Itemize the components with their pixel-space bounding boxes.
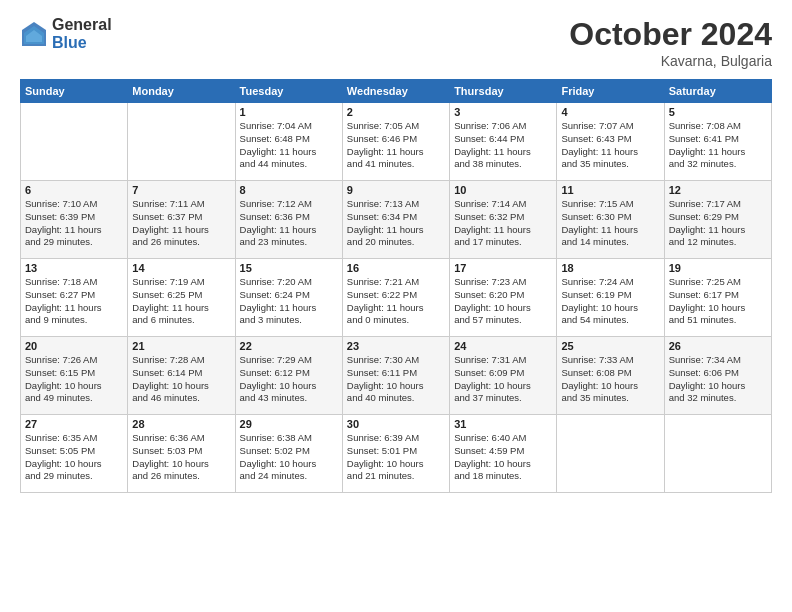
calendar-cell	[664, 415, 771, 493]
weekday-header-thursday: Thursday	[450, 80, 557, 103]
day-number: 25	[561, 340, 659, 352]
day-number: 12	[669, 184, 767, 196]
day-number: 22	[240, 340, 338, 352]
day-info: Sunrise: 6:35 AM Sunset: 5:05 PM Dayligh…	[25, 432, 123, 483]
day-info: Sunrise: 7:12 AM Sunset: 6:36 PM Dayligh…	[240, 198, 338, 249]
calendar-cell: 7Sunrise: 7:11 AM Sunset: 6:37 PM Daylig…	[128, 181, 235, 259]
calendar-cell: 2Sunrise: 7:05 AM Sunset: 6:46 PM Daylig…	[342, 103, 449, 181]
day-info: Sunrise: 7:30 AM Sunset: 6:11 PM Dayligh…	[347, 354, 445, 405]
calendar-cell: 10Sunrise: 7:14 AM Sunset: 6:32 PM Dayli…	[450, 181, 557, 259]
calendar-cell: 26Sunrise: 7:34 AM Sunset: 6:06 PM Dayli…	[664, 337, 771, 415]
day-info: Sunrise: 7:06 AM Sunset: 6:44 PM Dayligh…	[454, 120, 552, 171]
day-number: 8	[240, 184, 338, 196]
day-info: Sunrise: 6:40 AM Sunset: 4:59 PM Dayligh…	[454, 432, 552, 483]
day-number: 3	[454, 106, 552, 118]
calendar-cell: 14Sunrise: 7:19 AM Sunset: 6:25 PM Dayli…	[128, 259, 235, 337]
day-number: 2	[347, 106, 445, 118]
day-info: Sunrise: 7:18 AM Sunset: 6:27 PM Dayligh…	[25, 276, 123, 327]
calendar-body: 1Sunrise: 7:04 AM Sunset: 6:48 PM Daylig…	[21, 103, 772, 493]
day-info: Sunrise: 7:21 AM Sunset: 6:22 PM Dayligh…	[347, 276, 445, 327]
weekday-header-friday: Friday	[557, 80, 664, 103]
day-number: 18	[561, 262, 659, 274]
day-info: Sunrise: 7:14 AM Sunset: 6:32 PM Dayligh…	[454, 198, 552, 249]
calendar-cell: 30Sunrise: 6:39 AM Sunset: 5:01 PM Dayli…	[342, 415, 449, 493]
logo: General Blue	[20, 16, 112, 51]
day-info: Sunrise: 7:26 AM Sunset: 6:15 PM Dayligh…	[25, 354, 123, 405]
calendar-cell	[557, 415, 664, 493]
day-number: 1	[240, 106, 338, 118]
calendar-cell: 12Sunrise: 7:17 AM Sunset: 6:29 PM Dayli…	[664, 181, 771, 259]
calendar-cell: 28Sunrise: 6:36 AM Sunset: 5:03 PM Dayli…	[128, 415, 235, 493]
day-info: Sunrise: 7:13 AM Sunset: 6:34 PM Dayligh…	[347, 198, 445, 249]
day-number: 26	[669, 340, 767, 352]
day-number: 23	[347, 340, 445, 352]
day-number: 13	[25, 262, 123, 274]
day-info: Sunrise: 6:39 AM Sunset: 5:01 PM Dayligh…	[347, 432, 445, 483]
calendar-cell: 31Sunrise: 6:40 AM Sunset: 4:59 PM Dayli…	[450, 415, 557, 493]
calendar-cell: 20Sunrise: 7:26 AM Sunset: 6:15 PM Dayli…	[21, 337, 128, 415]
weekday-header-monday: Monday	[128, 80, 235, 103]
day-number: 17	[454, 262, 552, 274]
day-info: Sunrise: 6:38 AM Sunset: 5:02 PM Dayligh…	[240, 432, 338, 483]
day-number: 9	[347, 184, 445, 196]
day-info: Sunrise: 7:31 AM Sunset: 6:09 PM Dayligh…	[454, 354, 552, 405]
day-number: 28	[132, 418, 230, 430]
day-number: 27	[25, 418, 123, 430]
calendar-cell: 15Sunrise: 7:20 AM Sunset: 6:24 PM Dayli…	[235, 259, 342, 337]
calendar-week-3: 13Sunrise: 7:18 AM Sunset: 6:27 PM Dayli…	[21, 259, 772, 337]
calendar-cell: 25Sunrise: 7:33 AM Sunset: 6:08 PM Dayli…	[557, 337, 664, 415]
day-number: 4	[561, 106, 659, 118]
calendar-cell: 8Sunrise: 7:12 AM Sunset: 6:36 PM Daylig…	[235, 181, 342, 259]
calendar-week-5: 27Sunrise: 6:35 AM Sunset: 5:05 PM Dayli…	[21, 415, 772, 493]
day-number: 20	[25, 340, 123, 352]
calendar-cell	[21, 103, 128, 181]
calendar-cell: 16Sunrise: 7:21 AM Sunset: 6:22 PM Dayli…	[342, 259, 449, 337]
day-info: Sunrise: 7:07 AM Sunset: 6:43 PM Dayligh…	[561, 120, 659, 171]
calendar-header: SundayMondayTuesdayWednesdayThursdayFrid…	[21, 80, 772, 103]
calendar-week-1: 1Sunrise: 7:04 AM Sunset: 6:48 PM Daylig…	[21, 103, 772, 181]
day-number: 30	[347, 418, 445, 430]
day-number: 31	[454, 418, 552, 430]
day-number: 5	[669, 106, 767, 118]
day-info: Sunrise: 7:24 AM Sunset: 6:19 PM Dayligh…	[561, 276, 659, 327]
day-info: Sunrise: 7:25 AM Sunset: 6:17 PM Dayligh…	[669, 276, 767, 327]
day-info: Sunrise: 7:04 AM Sunset: 6:48 PM Dayligh…	[240, 120, 338, 171]
day-number: 10	[454, 184, 552, 196]
calendar-cell: 22Sunrise: 7:29 AM Sunset: 6:12 PM Dayli…	[235, 337, 342, 415]
calendar-cell: 5Sunrise: 7:08 AM Sunset: 6:41 PM Daylig…	[664, 103, 771, 181]
day-number: 29	[240, 418, 338, 430]
day-info: Sunrise: 7:28 AM Sunset: 6:14 PM Dayligh…	[132, 354, 230, 405]
day-number: 19	[669, 262, 767, 274]
day-info: Sunrise: 7:15 AM Sunset: 6:30 PM Dayligh…	[561, 198, 659, 249]
day-number: 11	[561, 184, 659, 196]
calendar-week-2: 6Sunrise: 7:10 AM Sunset: 6:39 PM Daylig…	[21, 181, 772, 259]
logo-icon	[20, 20, 48, 48]
calendar-cell	[128, 103, 235, 181]
day-info: Sunrise: 7:23 AM Sunset: 6:20 PM Dayligh…	[454, 276, 552, 327]
calendar-cell: 27Sunrise: 6:35 AM Sunset: 5:05 PM Dayli…	[21, 415, 128, 493]
calendar-cell: 17Sunrise: 7:23 AM Sunset: 6:20 PM Dayli…	[450, 259, 557, 337]
calendar: SundayMondayTuesdayWednesdayThursdayFrid…	[20, 79, 772, 493]
calendar-cell: 13Sunrise: 7:18 AM Sunset: 6:27 PM Dayli…	[21, 259, 128, 337]
calendar-cell: 3Sunrise: 7:06 AM Sunset: 6:44 PM Daylig…	[450, 103, 557, 181]
day-info: Sunrise: 7:20 AM Sunset: 6:24 PM Dayligh…	[240, 276, 338, 327]
day-number: 7	[132, 184, 230, 196]
day-number: 24	[454, 340, 552, 352]
calendar-week-4: 20Sunrise: 7:26 AM Sunset: 6:15 PM Dayli…	[21, 337, 772, 415]
day-info: Sunrise: 7:33 AM Sunset: 6:08 PM Dayligh…	[561, 354, 659, 405]
calendar-cell: 11Sunrise: 7:15 AM Sunset: 6:30 PM Dayli…	[557, 181, 664, 259]
day-info: Sunrise: 7:11 AM Sunset: 6:37 PM Dayligh…	[132, 198, 230, 249]
calendar-cell: 1Sunrise: 7:04 AM Sunset: 6:48 PM Daylig…	[235, 103, 342, 181]
day-info: Sunrise: 7:10 AM Sunset: 6:39 PM Dayligh…	[25, 198, 123, 249]
calendar-cell: 6Sunrise: 7:10 AM Sunset: 6:39 PM Daylig…	[21, 181, 128, 259]
day-number: 15	[240, 262, 338, 274]
weekday-header-wednesday: Wednesday	[342, 80, 449, 103]
day-info: Sunrise: 6:36 AM Sunset: 5:03 PM Dayligh…	[132, 432, 230, 483]
day-info: Sunrise: 7:34 AM Sunset: 6:06 PM Dayligh…	[669, 354, 767, 405]
weekday-row: SundayMondayTuesdayWednesdayThursdayFrid…	[21, 80, 772, 103]
calendar-cell: 23Sunrise: 7:30 AM Sunset: 6:11 PM Dayli…	[342, 337, 449, 415]
day-info: Sunrise: 7:29 AM Sunset: 6:12 PM Dayligh…	[240, 354, 338, 405]
day-number: 16	[347, 262, 445, 274]
calendar-cell: 19Sunrise: 7:25 AM Sunset: 6:17 PM Dayli…	[664, 259, 771, 337]
weekday-header-saturday: Saturday	[664, 80, 771, 103]
